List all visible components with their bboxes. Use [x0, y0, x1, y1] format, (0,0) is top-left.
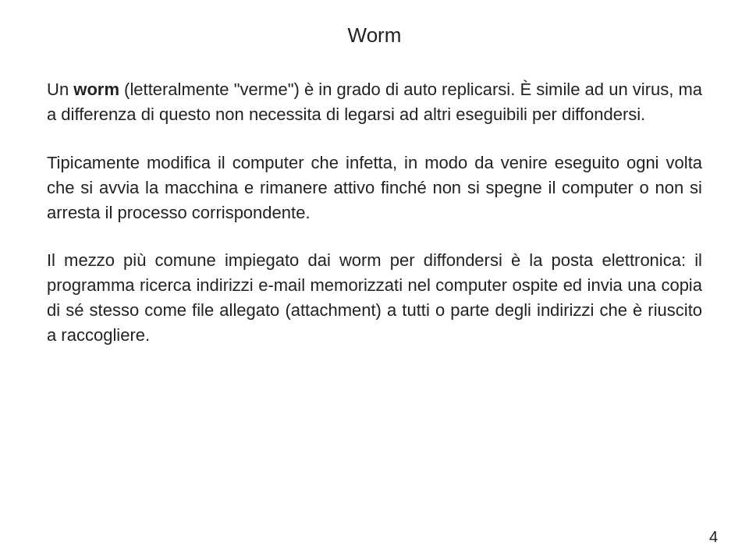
paragraph-1: Un worm (letteralmente "verme") è in gra…: [47, 77, 702, 127]
page-container: Worm Un worm (letteralmente "verme") è i…: [0, 0, 749, 560]
page-title: Worm: [47, 23, 702, 48]
bold-worm: worm: [73, 80, 119, 99]
page-number: 4: [709, 528, 718, 546]
paragraph-3: Il mezzo più comune impiegato dai worm p…: [47, 248, 702, 348]
paragraph-2: Tipicamente modifica il computer che inf…: [47, 151, 702, 225]
content-body: Un worm (letteralmente "verme") è in gra…: [47, 77, 702, 529]
